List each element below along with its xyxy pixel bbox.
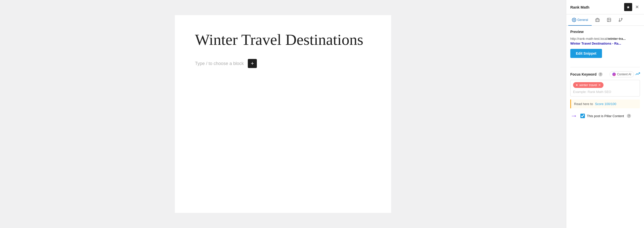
close-icon: ✕ (635, 4, 639, 10)
image-icon (607, 18, 611, 22)
block-placeholder-row: Type / to choose a block + (195, 59, 371, 68)
svg-point-3 (608, 19, 609, 19)
pillar-content-label: This post is Pillar Content (587, 114, 624, 118)
keyword-input-area[interactable]: ★ winter travel ✕ Example: Rank Math SEO (570, 80, 640, 96)
svg-point-6 (619, 20, 620, 22)
svg-rect-1 (595, 19, 599, 22)
preview-url-suffix: winter-tra... (608, 37, 626, 41)
svg-point-5 (621, 18, 622, 19)
score-banner-text: Read here to (574, 102, 593, 106)
score-link[interactable]: Score 100/100 (595, 102, 616, 106)
star-button[interactable]: ★ (624, 3, 632, 11)
sidebar-body: Preview http://rank-math-test.local/wint… (566, 26, 644, 228)
focus-keyword-label: Focus Keyword (570, 72, 596, 76)
keyword-tag: ★ winter travel ✕ (573, 82, 603, 88)
sidebar-header-actions: ★ ✕ (624, 3, 640, 11)
content-ai-label: Content AI (617, 73, 631, 76)
focus-keyword-header: Focus Keyword ? Content AI (570, 71, 640, 77)
pillar-content-checkbox[interactable] (580, 114, 585, 118)
sidebar-tabs: General (566, 14, 644, 26)
preview-url: http://rank-math-test.local/winter-tra..… (570, 37, 640, 41)
keyword-tag-text: winter travel (579, 83, 597, 87)
preview-title-prefix: Winter Travel (570, 42, 591, 45)
add-block-button[interactable]: + (248, 59, 257, 68)
preview-section: Preview http://rank-math-test.local/wint… (570, 30, 640, 63)
gear-icon (572, 18, 576, 22)
divider-1 (570, 67, 640, 67)
tab-general-label: General (577, 18, 588, 22)
briefcase-icon (595, 18, 600, 22)
keyword-star-icon: ★ (576, 83, 578, 87)
content-ai-button[interactable]: Content AI (610, 71, 634, 77)
sidebar-header: Rank Math ★ ✕ (566, 0, 644, 14)
close-button[interactable]: ✕ (634, 3, 640, 11)
score-banner: Read here to Score 100/100 (570, 100, 640, 108)
sidebar-panel-title: Rank Math (570, 5, 589, 9)
block-placeholder-text: Type / to choose a block (195, 61, 244, 66)
edit-snippet-button[interactable]: Edit Snippet (570, 49, 602, 58)
pillar-help-icon[interactable]: ? (627, 114, 631, 118)
editor-content: Winter Travel Destinations Type / to cho… (175, 15, 391, 213)
trending-up-icon (635, 72, 640, 76)
editor-area: Winter Travel Destinations Type / to cho… (0, 0, 566, 228)
star-icon: ★ (626, 5, 630, 10)
preview-title: Winter Travel Destinations - Ra... (570, 42, 640, 45)
git-branch-icon (618, 18, 623, 22)
pillar-arrow-icon: → (570, 112, 577, 120)
focus-keyword-section: Focus Keyword ? Content AI (570, 71, 640, 96)
focus-keyword-actions: Content AI (610, 71, 640, 77)
tab-social[interactable] (592, 15, 603, 26)
rank-math-sidebar: Rank Math ★ ✕ General (566, 0, 644, 228)
preview-section-title: Preview (570, 30, 640, 34)
tab-schema[interactable] (603, 15, 615, 26)
ai-icon (612, 73, 616, 76)
tab-advanced[interactable] (615, 15, 626, 26)
help-icon[interactable]: ? (598, 72, 602, 76)
trend-button[interactable] (635, 72, 640, 77)
svg-point-0 (574, 19, 575, 21)
post-title[interactable]: Winter Travel Destinations (195, 30, 371, 49)
keyword-input-placeholder: Example: Rank Math SEO (573, 89, 637, 94)
tab-general[interactable]: General (568, 15, 592, 26)
preview-title-suffix: Destinations - Ra... (591, 42, 621, 45)
pillar-content-row: → This post is Pillar Content ? (570, 112, 640, 120)
preview-url-prefix: http://rank-math-test.local/ (570, 37, 608, 41)
keyword-remove-icon[interactable]: ✕ (598, 83, 601, 87)
